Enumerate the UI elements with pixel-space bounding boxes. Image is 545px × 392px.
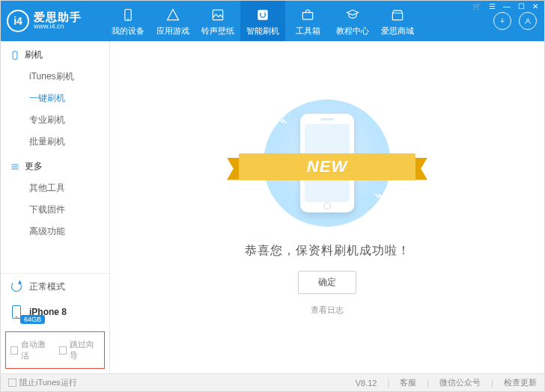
view-log-link[interactable]: 查看日志 (311, 304, 344, 316)
svg-rect-3 (258, 10, 267, 19)
sidebar-item-download-firmware[interactable]: 下载固件 (29, 199, 109, 221)
device-panels: 正常模式 iPhone 8 64GB (1, 273, 109, 328)
logo-url: www.i4.cn (34, 23, 82, 31)
toolbox-icon (300, 6, 315, 24)
user-button[interactable] (519, 12, 537, 30)
sidebar-item-pro-flash[interactable]: 专业刷机 (29, 109, 109, 131)
main-content: NEW 恭喜您，保资料刷机成功啦！ 确定 查看日志 (110, 41, 544, 373)
logo-title: 爱思助手 (34, 11, 82, 24)
nav-apps[interactable]: 应用游戏 (150, 1, 195, 41)
more-icon (10, 162, 20, 172)
status-bar: 阻止iTunes运行 V8.12 | 客服 | 微信公众号 | 检查更新 (1, 373, 544, 391)
support-link[interactable]: 客服 (400, 377, 416, 388)
wechat-link[interactable]: 微信公众号 (439, 377, 481, 388)
check-update-link[interactable]: 检查更新 (504, 377, 537, 388)
apps-icon (165, 6, 180, 24)
sidebar-item-onekey-flash[interactable]: 一键刷机 (29, 88, 109, 109)
window-minimize-icon[interactable]: ― (502, 2, 512, 10)
sidebar: 刷机 iTunes刷机 一键刷机 专业刷机 批量刷机 更多 其他工具 下载固件 … (1, 41, 110, 373)
highlighted-options-box: 自动激活 跳过向导 (5, 331, 105, 369)
wallpaper-icon (210, 6, 225, 24)
checkbox-auto-activate[interactable]: 自动激活 (10, 339, 52, 361)
logo: i4 爱思助手 www.i4.cn (1, 1, 106, 41)
download-button[interactable] (493, 12, 511, 30)
success-message: 恭喜您，保资料刷机成功啦！ (245, 243, 410, 259)
refresh-icon (10, 280, 23, 293)
svg-rect-4 (302, 12, 312, 19)
nav-toolbox[interactable]: 工具箱 (285, 1, 330, 41)
svg-rect-5 (392, 13, 402, 19)
checkbox-skip-guide[interactable]: 跳过向导 (59, 339, 100, 361)
svg-rect-7 (13, 51, 17, 59)
sidebar-item-other-tools[interactable]: 其他工具 (29, 177, 109, 199)
flash-icon (255, 6, 270, 24)
window-maximize-icon[interactable]: ☐ (517, 2, 526, 10)
svg-point-6 (527, 19, 529, 21)
new-ribbon: NEW (227, 150, 427, 183)
mode-row[interactable]: 正常模式 (1, 274, 109, 299)
phone-small-icon (10, 305, 23, 319)
app-window: 🛒 ☰ ― ☐ ✕ i4 爱思助手 www.i4.cn 我的设备 应用游戏 (0, 0, 545, 392)
device-row[interactable]: iPhone 8 (1, 299, 109, 319)
cart-icon[interactable]: 🛒 (471, 2, 483, 10)
logo-badge-icon: i4 (7, 10, 29, 32)
nav-my-device[interactable]: 我的设备 (106, 1, 150, 41)
checkbox-block-itunes[interactable]: 阻止iTunes运行 (8, 377, 77, 388)
sidebar-item-batch-flash[interactable]: 批量刷机 (29, 131, 109, 153)
header-bar: 🛒 ☰ ― ☐ ✕ i4 爱思助手 www.i4.cn 我的设备 应用游戏 (1, 1, 544, 41)
tutorial-icon (345, 6, 360, 24)
confirm-button[interactable]: 确定 (298, 271, 356, 294)
sidebar-item-itunes-flash[interactable]: iTunes刷机 (29, 66, 109, 88)
nav-ringtones[interactable]: 铃声壁纸 (195, 1, 240, 41)
sidebar-group-flash: 刷机 (1, 41, 109, 66)
body: 刷机 iTunes刷机 一键刷机 专业刷机 批量刷机 更多 其他工具 下载固件 … (1, 41, 544, 373)
version-label: V8.12 (356, 379, 377, 388)
nav-store[interactable]: 爱思商城 (375, 1, 420, 41)
svg-rect-2 (213, 10, 222, 19)
header-right (493, 12, 544, 30)
phone-outline-icon (10, 50, 20, 61)
window-close-icon[interactable]: ✕ (531, 2, 540, 10)
device-icon (121, 6, 136, 24)
store-icon (390, 6, 405, 24)
nav-tutorial[interactable]: 教程中心 (330, 1, 375, 41)
success-graphic: NEW (245, 99, 409, 227)
window-controls: 🛒 ☰ ― ☐ ✕ (471, 2, 540, 10)
sidebar-group-more: 更多 (1, 153, 109, 177)
sidebar-item-advanced[interactable]: 高级功能 (29, 221, 109, 242)
nav-flash[interactable]: 智能刷机 (240, 1, 285, 41)
menu-icon[interactable]: ☰ (487, 2, 497, 10)
nav: 我的设备 应用游戏 铃声壁纸 智能刷机 工具箱 教程中心 (106, 1, 420, 41)
mode-label: 正常模式 (29, 281, 65, 293)
